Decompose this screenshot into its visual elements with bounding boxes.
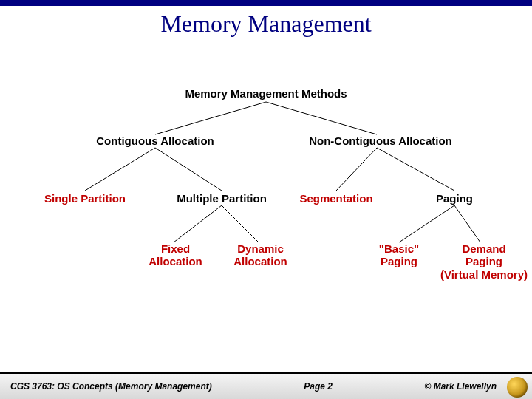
svg-line-9 <box>454 205 480 242</box>
node-fixed-allocation: FixedAllocation <box>144 242 207 268</box>
tree-diagram: Memory Management Methods Contiguous All… <box>0 74 532 332</box>
footer-page: Page 2 <box>212 381 425 392</box>
footer-bar: CGS 3763: OS Concepts (Memory Management… <box>0 372 532 399</box>
ucf-logo-icon <box>507 377 528 398</box>
svg-line-2 <box>85 148 155 191</box>
svg-line-0 <box>155 102 266 134</box>
node-single-partition: Single Partition <box>41 192 129 205</box>
node-basic-paging: "Basic"Paging <box>369 242 429 268</box>
node-noncontiguous: Non-Contiguous Allocation <box>303 134 458 147</box>
svg-line-6 <box>174 205 222 242</box>
node-demand-paging: DemandPaging(Virtual Memory) <box>436 242 532 281</box>
svg-line-1 <box>266 102 377 134</box>
top-accent-bar <box>0 0 532 6</box>
node-root: Memory Management Methods <box>185 87 347 100</box>
svg-line-7 <box>222 205 259 242</box>
node-paging: Paging <box>429 192 480 205</box>
node-dynamic-allocation: DynamicAllocation <box>229 242 292 268</box>
svg-line-3 <box>155 148 222 191</box>
node-multiple-partition: Multiple Partition <box>170 192 273 205</box>
node-segmentation: Segmentation <box>296 192 377 205</box>
node-contiguous: Contiguous Allocation <box>89 134 222 147</box>
svg-line-4 <box>336 148 377 191</box>
footer-course: CGS 3763: OS Concepts (Memory Management… <box>0 381 212 392</box>
svg-line-8 <box>399 205 454 242</box>
svg-line-5 <box>377 148 454 191</box>
slide-title: Memory Management <box>0 10 532 38</box>
